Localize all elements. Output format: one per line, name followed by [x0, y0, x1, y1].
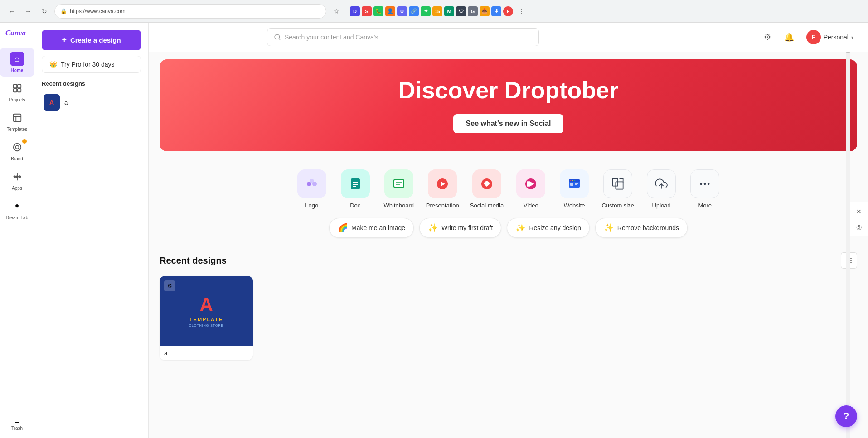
ai-tools-row: 🌈 Make me an image ✨ Write my first draf…: [149, 214, 868, 249]
design-type-more[interactable]: More: [689, 169, 721, 209]
ext-15[interactable]: 15: [432, 6, 442, 16]
ext-inbox[interactable]: 📥: [480, 6, 490, 16]
designs-grid: ⚙ A TEMPLATE CLOTHING STORE a: [149, 276, 868, 371]
whiteboard-icon: [384, 169, 413, 198]
forward-button[interactable]: →: [22, 5, 34, 18]
sidebar-item-brand[interactable]: Brand: [0, 136, 34, 165]
resize-icon: ✨: [515, 223, 525, 233]
doc-icon: [341, 169, 370, 198]
design-type-upload[interactable]: Upload: [645, 169, 678, 209]
plus-icon: +: [62, 35, 67, 45]
svg-rect-40: [575, 183, 578, 184]
table-row[interactable]: ⚙ A TEMPLATE CLOTHING STORE a: [160, 276, 253, 360]
video-icon: [516, 169, 545, 198]
design-card-name: a: [160, 346, 253, 360]
svg-line-16: [279, 39, 280, 40]
scrollbar[interactable]: [846, 23, 850, 438]
hero-cta-button[interactable]: See what's new in Social: [453, 114, 564, 133]
make-image-icon: 🌈: [338, 223, 348, 233]
svg-rect-39: [570, 183, 573, 186]
trash-icon: 🗑: [14, 416, 21, 424]
browser-menu-button[interactable]: ⋮: [515, 5, 528, 18]
make-image-button[interactable]: 🌈 Make me an image: [329, 218, 414, 238]
search-bar[interactable]: [267, 28, 539, 46]
svg-point-8: [13, 144, 21, 151]
sidebar-item-dreamlab[interactable]: ✦ Dream Lab: [0, 195, 34, 224]
main-content: ⚙ 🔔 F Personal ▾ Discover Droptober See …: [149, 23, 868, 438]
svg-point-38: [574, 180, 575, 181]
url-text: https://www.canva.com: [70, 8, 126, 14]
template-icon: ⚙: [164, 280, 175, 291]
design-type-doc[interactable]: Doc: [339, 169, 372, 209]
design-type-social-media[interactable]: Social media: [470, 169, 504, 209]
bookmark-button[interactable]: ☆: [330, 5, 343, 18]
section-title: Recent designs: [160, 255, 227, 266]
svg-point-19: [310, 179, 314, 183]
svg-rect-41: [575, 184, 577, 185]
sidebar-item-apps[interactable]: Apps: [0, 166, 34, 194]
template-sub-label: CLOTHING STORE: [189, 324, 223, 327]
reload-button[interactable]: ↻: [38, 5, 51, 18]
ext-u[interactable]: U: [397, 6, 407, 16]
left-panel: + Create a design 👑 Try Pro for 30 days …: [34, 23, 149, 438]
write-draft-button[interactable]: ✨ Write my first draft: [419, 218, 501, 238]
ext-s[interactable]: S: [362, 6, 372, 16]
user-menu-label: Personal: [824, 34, 849, 41]
home-icon: ⌂: [10, 52, 24, 66]
svg-rect-1: [13, 85, 16, 88]
svg-rect-3: [13, 89, 16, 92]
sidebar-item-projects[interactable]: Projects: [0, 77, 34, 106]
side-panel-icon-top[interactable]: ✕: [852, 204, 866, 219]
sidebar-item-home[interactable]: ⌂ Home: [0, 48, 34, 77]
custom-size-icon: [603, 169, 632, 198]
svg-rect-25: [394, 180, 403, 187]
apps-icon: [10, 169, 24, 184]
ext-canva[interactable]: ✦: [421, 6, 431, 16]
search-input[interactable]: [285, 34, 532, 41]
side-panel-icon-instagram[interactable]: ◎: [852, 220, 866, 234]
design-type-website[interactable]: Website: [558, 169, 591, 209]
list-item[interactable]: A a: [42, 91, 141, 113]
browser-chrome: ← → ↻ 🔒 https://www.canva.com ☆ D S 🐛 👤 …: [0, 0, 868, 23]
ext-bug[interactable]: 🐛: [373, 6, 383, 16]
templates-icon: [10, 111, 24, 125]
help-button[interactable]: ?: [835, 405, 857, 427]
back-button[interactable]: ←: [5, 5, 18, 18]
user-avatar: F: [806, 30, 821, 44]
create-design-button[interactable]: + Create a design: [42, 30, 141, 50]
canva-logo[interactable]: Canva: [5, 28, 29, 40]
design-type-video[interactable]: Video: [514, 169, 547, 209]
ext-shield[interactable]: 🛡: [456, 6, 466, 16]
try-pro-button[interactable]: 👑 Try Pro for 30 days: [42, 56, 141, 73]
ext-dl[interactable]: ⬇: [491, 6, 501, 16]
security-icon: 🔒: [60, 8, 67, 14]
notifications-button[interactable]: 🔔: [781, 29, 797, 45]
design-type-whiteboard[interactable]: Whiteboard: [383, 169, 415, 209]
projects-icon: [10, 81, 24, 96]
user-menu[interactable]: F Personal ▾: [803, 28, 857, 46]
template-letter: A: [200, 294, 213, 315]
svg-point-45: [700, 183, 703, 185]
ext-link[interactable]: 🔗: [409, 6, 419, 16]
address-bar[interactable]: 🔒 https://www.canva.com: [54, 4, 326, 19]
social-media-icon: [472, 169, 501, 198]
remove-bg-button[interactable]: ✨ Remove backgrounds: [595, 218, 688, 238]
svg-rect-2: [17, 85, 20, 88]
ext-g[interactable]: G: [468, 6, 478, 16]
settings-button[interactable]: ⚙: [759, 29, 776, 45]
ext-m[interactable]: M: [444, 6, 454, 16]
svg-rect-5: [13, 114, 21, 122]
design-types-row: Logo Doc: [149, 159, 868, 214]
sidebar-item-templates[interactable]: Templates: [0, 107, 34, 135]
sidebar-item-trash[interactable]: 🗑 Trash: [0, 412, 34, 434]
ext-d[interactable]: D: [350, 6, 360, 16]
ext-user-f[interactable]: F: [503, 6, 513, 16]
resize-button[interactable]: ✨ Resize any design: [507, 218, 589, 238]
design-type-custom-size[interactable]: Custom size: [601, 169, 634, 209]
top-bar: ⚙ 🔔 F Personal ▾: [149, 23, 868, 52]
design-type-logo[interactable]: Logo: [296, 169, 328, 209]
design-type-presentation[interactable]: Presentation: [426, 169, 459, 209]
ext-face[interactable]: 👤: [385, 6, 395, 16]
recent-section-title: Recent designs: [42, 80, 141, 87]
logo-icon: [297, 169, 326, 198]
